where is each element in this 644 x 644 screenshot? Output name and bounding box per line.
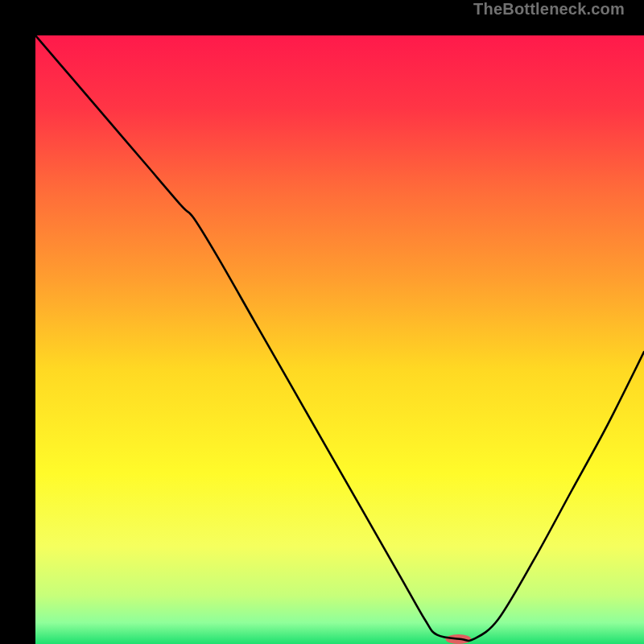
watermark-text: TheBottleneck.com: [473, 0, 625, 19]
chart-frame: [0, 0, 644, 644]
bottleneck-chart: [35, 35, 644, 644]
chart-background: [35, 35, 644, 644]
